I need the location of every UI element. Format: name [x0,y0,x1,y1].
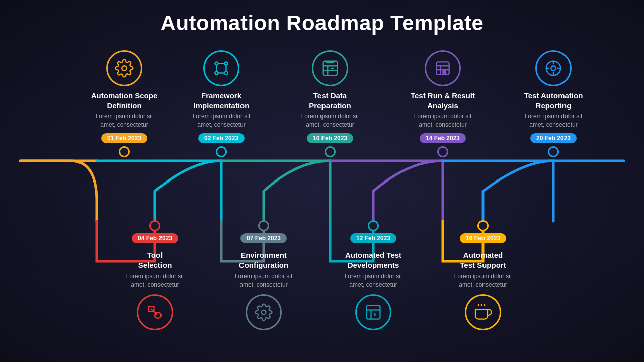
svg-point-17 [443,71,446,74]
desc-auto-test-support: Lorem ipsum dolor sitamet, consectetur [454,272,512,289]
date-auto-test-support: 16 Feb 2023 [460,233,506,243]
desc-framework: Lorem ipsum dolor sitamet, consectetur [193,112,251,129]
milestone-framework: FrameworkImplementation Lorem ipsum dolo… [174,50,269,157]
page-title: Automation Roadmap Template [0,0,644,35]
date-automation-scope: 01 Feb 2023 [101,133,147,143]
date-test-data: 10 Feb 2023 [307,133,353,143]
desc-auto-test-dev: Lorem ipsum dolor sitamet, consectetur [345,272,403,289]
milestone-auto-test-support: 16 Feb 2023 AutomatedTest Support Lorem … [435,220,531,330]
icon-circle-purple [425,50,461,86]
desc-test-automation: Lorem ipsum dolor sitamet, consectetur [525,112,583,129]
icon-circle-green [312,50,348,86]
dot-tool-selection [149,220,160,231]
desc-env-config: Lorem ipsum dolor sitamet, consectetur [235,272,293,289]
icon-circle-teal [203,50,239,86]
date-framework: 02 Feb 2023 [198,133,245,143]
icon-circle-amber [465,294,501,330]
dot-test-run [437,146,448,157]
svg-point-3 [215,71,218,74]
dot-auto-test-support [477,220,489,231]
svg-point-26 [262,310,266,314]
milestone-env-config: 07 Feb 2023 EnvironmentConfiguration Lor… [216,220,311,330]
desc-automation-scope: Lorem ipsum dolor sitamet, consectetur [96,112,153,129]
milestone-test-run: Test Run & ResultAnalysis Lorem ipsum do… [395,50,491,157]
title-test-run: Test Run & ResultAnalysis [411,90,475,110]
milestone-test-data: Test DataPreparation Lorem ipsum dolor s… [282,50,378,157]
title-auto-test-dev: Automated TestDevelopments [345,250,401,270]
dot-automation-scope [119,146,130,157]
milestone-tool-selection: 04 Feb 2023 ToolSelection Lorem ipsum do… [107,220,203,330]
svg-point-0 [122,66,127,71]
dot-test-automation [548,146,559,157]
svg-rect-27 [367,305,380,319]
title-tool-selection: ToolSelection [138,250,172,270]
desc-tool-selection: Lorem ipsum dolor sitamet, consectetur [126,272,184,289]
milestone-test-automation: Test AutomationReporting Lorem ipsum dol… [506,50,601,157]
icon-circle-orange [106,50,142,86]
date-tool-selection: 04 Feb 2023 [132,233,178,243]
svg-point-1 [215,62,218,65]
date-auto-test-dev: 12 Feb 2023 [350,233,396,243]
date-test-run: 14 Feb 2023 [420,133,466,143]
title-test-automation: Test AutomationReporting [524,90,583,110]
svg-point-4 [224,71,227,74]
date-test-automation: 20 Feb 2023 [530,133,577,143]
title-env-config: EnvironmentConfiguration [239,250,288,270]
dot-framework [216,146,227,157]
title-framework: FrameworkImplementation [194,90,250,110]
svg-point-2 [224,62,227,65]
timeline-area: Automation Scope Definition Lorem ipsum … [0,50,644,342]
dot-env-config [258,220,269,231]
dot-test-data [325,146,336,157]
milestone-auto-test-dev: 12 Feb 2023 Automated TestDevelopments L… [326,220,421,330]
title-automation-scope: Automation Scope Definition [76,90,172,110]
desc-test-run: Lorem ipsum dolor sitamet, consectetur [414,112,472,129]
icon-circle-red [137,294,173,330]
icon-circle-blue [535,50,572,86]
milestone-automation-scope: Automation Scope Definition Lorem ipsum … [76,50,172,157]
title-test-data: Test DataPreparation [309,90,351,110]
icon-circle-gray [246,294,282,330]
desc-test-data: Lorem ipsum dolor sitamet, consectetur [301,112,359,129]
dot-auto-test-dev [368,220,379,231]
date-env-config: 07 Feb 2023 [240,233,287,243]
svg-point-19 [551,66,556,71]
icon-circle-cyan [355,294,391,330]
title-auto-test-support: AutomatedTest Support [460,250,506,270]
